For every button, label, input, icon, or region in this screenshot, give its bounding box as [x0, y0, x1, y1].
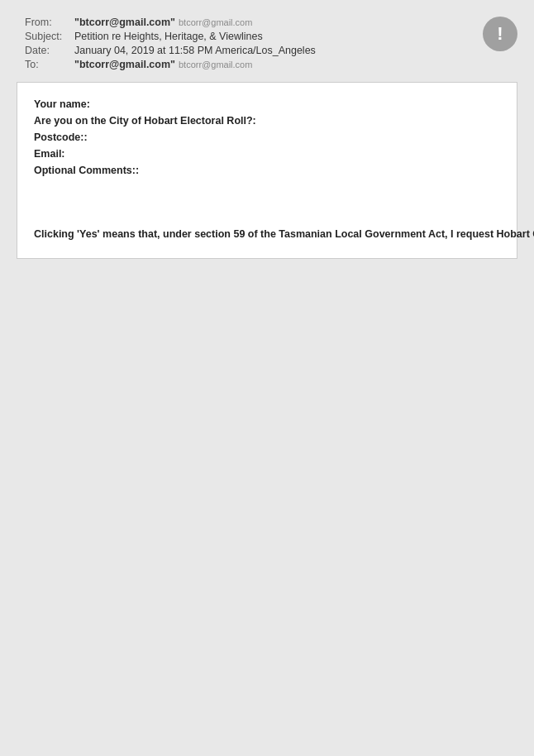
- alert-icon: !: [483, 17, 517, 51]
- email-header: ! From: "btcorr@gmail.com" btcorr@gmail.…: [17, 17, 517, 70]
- date-value: January 04, 2019 at 11:58 PM America/Los…: [74, 45, 316, 56]
- date-label: Date:: [25, 45, 74, 56]
- field-label: Clicking 'Yes' means that, under section…: [31, 225, 534, 245]
- from-label: From:: [25, 17, 74, 28]
- form-row: Your name:Gaye Campbell: [31, 96, 534, 112]
- header-subject-row: Subject: Petition re Heights, Heritage, …: [25, 31, 509, 42]
- to-email: btcorr@gmail.com: [179, 60, 252, 69]
- field-label: Your name:: [31, 96, 534, 112]
- form-row: Clicking 'Yes' means that, under section…: [31, 225, 534, 245]
- form-row: Are you on the City of Hobart Electoral …: [31, 112, 534, 129]
- to-name: "btcorr@gmail.com": [74, 59, 175, 70]
- subject-label: Subject:: [25, 31, 74, 42]
- to-label: To:: [25, 59, 74, 70]
- field-label: Postcode::: [31, 129, 534, 146]
- email-body: Your name:Gaye CampbellAre you on the Ci…: [17, 82, 517, 259]
- header-date-row: Date: January 04, 2019 at 11:58 PM Ameri…: [25, 45, 509, 56]
- field-label: Optional Comments::: [31, 162, 534, 225]
- alert-icon-text: !: [497, 23, 503, 45]
- subject-value: Petition re Heights, Heritage, & Viewlin…: [74, 31, 263, 42]
- page-container: ! From: "btcorr@gmail.com" btcorr@gmail.…: [0, 0, 534, 756]
- field-label: Email:: [31, 146, 534, 162]
- form-row: Postcode::7008: [31, 129, 534, 146]
- form-table: Your name:Gaye CampbellAre you on the Ci…: [31, 96, 534, 245]
- from-email: btcorr@gmail.com: [179, 17, 252, 27]
- form-row: Email:eightyeight@netspace.net.au: [31, 146, 534, 162]
- field-label: Are you on the City of Hobart Electoral …: [31, 112, 534, 129]
- from-name: "btcorr@gmail.com": [74, 17, 175, 28]
- form-row: Optional Comments::High rise buildings s…: [31, 162, 534, 225]
- header-from-row: From: "btcorr@gmail.com" btcorr@gmail.co…: [25, 17, 509, 28]
- header-to-row: To: "btcorr@gmail.com" btcorr@gmail.com: [25, 59, 509, 70]
